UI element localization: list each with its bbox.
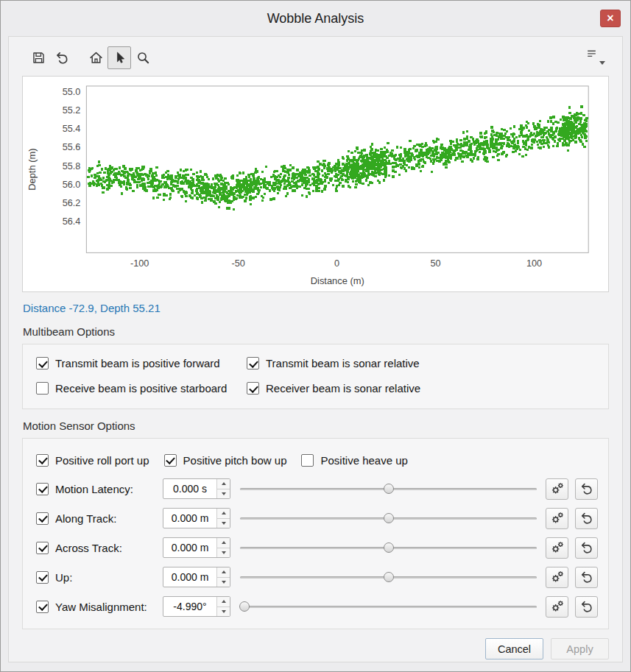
motion-latency-reset-button[interactable]: [575, 478, 598, 500]
save-button[interactable]: [27, 46, 50, 69]
across-track-checkbox[interactable]: [36, 542, 49, 554]
yaw-misalignment-settings-button[interactable]: [546, 596, 568, 618]
along-track-spinbox[interactable]: 0.000 m: [163, 508, 230, 528]
slider-handle[interactable]: [384, 513, 394, 523]
across-track-slider[interactable]: [240, 537, 537, 558]
checkbox-label: Positive heave up: [320, 454, 407, 467]
spinbox-value: -4.990°: [163, 597, 216, 616]
svg-text:55.2: 55.2: [63, 105, 81, 116]
checkbox-box[interactable]: [36, 357, 49, 369]
slider-handle[interactable]: [384, 542, 394, 553]
spinbox-value: 0.000 s: [163, 479, 216, 498]
up-row: Up: 0.000 m: [36, 565, 598, 590]
across-track-row: Across Track: 0.000 m: [36, 535, 598, 560]
checkbox-box[interactable]: [36, 382, 49, 395]
motion-latency-slider[interactable]: [240, 478, 537, 499]
checkbox-receive-beam-positive-starboard[interactable]: Receive beam is positive starboard: [36, 382, 247, 395]
undo-icon: [54, 50, 70, 66]
yaw-misalignment-spinbox[interactable]: -4.990°: [163, 596, 230, 617]
home-view-button[interactable]: [84, 46, 107, 69]
checkbox-positive-heave-up[interactable]: Positive heave up: [301, 454, 407, 467]
titlebar[interactable]: Wobble Analysis ×: [1, 1, 630, 36]
across-track-reset-button[interactable]: [575, 537, 598, 559]
spin-down-button[interactable]: [217, 548, 230, 558]
yaw-misalignment-label: Yaw Misalignment:: [55, 601, 163, 613]
motion-sensor-options-title: Motion Sensor Options: [23, 420, 622, 433]
up-checkbox[interactable]: [36, 571, 49, 584]
checkbox-box[interactable]: [36, 454, 49, 467]
checkbox-label: Receive beam is positive starboard: [55, 382, 227, 395]
undo-icon: [579, 570, 594, 584]
plot-options-button[interactable]: [584, 47, 607, 68]
checkbox-box[interactable]: [301, 454, 314, 467]
up-spinbox[interactable]: 0.000 m: [163, 567, 230, 587]
along-track-slider[interactable]: [240, 508, 537, 528]
spinbox-buttons: [216, 597, 230, 616]
checkbox-box[interactable]: [247, 382, 259, 395]
slider-handle[interactable]: [384, 484, 394, 494]
spin-up-button[interactable]: [217, 567, 230, 578]
svg-text:-100: -100: [130, 258, 149, 269]
spin-down-button[interactable]: [217, 578, 230, 587]
up-reset-button[interactable]: [575, 567, 598, 588]
yaw-misalignment-row: Yaw Misalignment: -4.990°: [36, 594, 598, 619]
undo-icon: [579, 511, 594, 526]
cursor-position-readout: Distance -72.9, Depth 55.21: [23, 302, 622, 315]
across-track-spinbox[interactable]: 0.000 m: [163, 537, 230, 558]
checkbox-label: Transmit beam is positive forward: [55, 357, 220, 369]
spin-up-button[interactable]: [217, 509, 230, 519]
motion-latency-label: Motion Latency:: [55, 483, 163, 495]
cancel-button[interactable]: Cancel: [485, 638, 543, 659]
spin-down-button[interactable]: [217, 489, 230, 499]
up-label: Up:: [55, 571, 163, 584]
close-button[interactable]: ×: [600, 10, 621, 27]
spin-down-button[interactable]: [217, 519, 230, 528]
apply-button[interactable]: Apply: [551, 638, 609, 659]
pointer-icon: [112, 50, 127, 66]
along-track-checkbox[interactable]: [36, 512, 49, 525]
gears-icon: [550, 481, 565, 496]
checkbox-receiver-beam-sonar-relative[interactable]: Receiver beam is sonar relative: [247, 382, 595, 395]
gears-icon: [550, 511, 565, 526]
motion-latency-spinbox[interactable]: 0.000 s: [163, 478, 230, 499]
multibeam-options-box: Transmit beam is positive forward Transm…: [22, 344, 609, 409]
checkbox-transmit-beam-sonar-relative[interactable]: Transmit beam is sonar relative: [247, 357, 595, 369]
checkbox-positive-roll-port-up[interactable]: Positive roll port up: [36, 454, 149, 467]
svg-text:Depth (m): Depth (m): [27, 148, 38, 190]
checkbox-box[interactable]: [247, 357, 259, 369]
checkbox-transmit-beam-positive-forward[interactable]: Transmit beam is positive forward: [36, 357, 247, 369]
zoom-tool-button[interactable]: [131, 46, 155, 69]
along-track-reset-button[interactable]: [575, 508, 598, 529]
svg-text:50: 50: [431, 258, 441, 269]
spinbox-buttons: [216, 567, 230, 587]
spin-up-button[interactable]: [217, 479, 230, 489]
spin-up-button[interactable]: [217, 538, 230, 548]
slider-handle[interactable]: [384, 572, 394, 582]
motion-latency-settings-button[interactable]: [546, 478, 568, 500]
yaw-misalignment-checkbox[interactable]: [36, 601, 49, 613]
spin-up-button[interactable]: [217, 597, 230, 607]
yaw-misalignment-slider[interactable]: [240, 596, 537, 617]
slider-handle[interactable]: [239, 601, 250, 612]
along-track-settings-button[interactable]: [546, 508, 568, 529]
spinbox-value: 0.000 m: [163, 567, 216, 587]
plot-options-icon: [585, 48, 598, 60]
spin-down-button[interactable]: [217, 607, 230, 617]
svg-text:56.0: 56.0: [63, 180, 81, 190]
checkbox-positive-pitch-bow-up[interactable]: Positive pitch bow up: [164, 454, 287, 467]
yaw-misalignment-reset-button[interactable]: [575, 596, 598, 618]
along-track-label: Along Track:: [55, 512, 163, 525]
checkbox-box[interactable]: [164, 454, 177, 467]
across-track-settings-button[interactable]: [546, 537, 568, 559]
undo-icon: [579, 599, 594, 614]
up-settings-button[interactable]: [546, 567, 568, 588]
pointer-tool-button[interactable]: [107, 46, 131, 69]
up-slider[interactable]: [240, 567, 537, 587]
motion-latency-checkbox[interactable]: [36, 483, 49, 495]
svg-text:55.4: 55.4: [63, 124, 81, 134]
gears-icon: [550, 599, 565, 614]
zoom-icon: [135, 50, 151, 66]
wobble-scatter-plot[interactable]: 55.055.255.455.655.856.056.256.4-100-500…: [22, 76, 609, 292]
undo-icon: [579, 481, 594, 496]
reset-view-button[interactable]: [50, 46, 74, 69]
